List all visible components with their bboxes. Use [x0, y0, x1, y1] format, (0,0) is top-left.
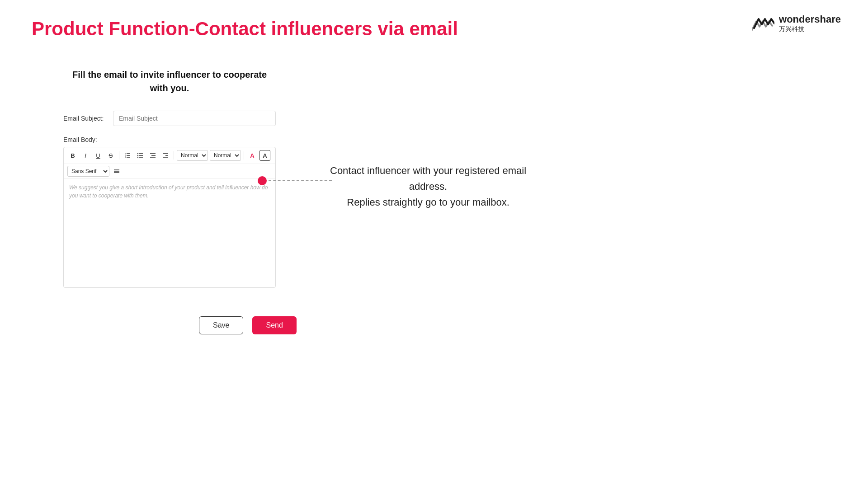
- editor-body[interactable]: We suggest you give a short introduction…: [64, 179, 275, 287]
- strikethrough-button[interactable]: S: [105, 150, 116, 161]
- ordered-list-button[interactable]: 1 2 3: [122, 150, 133, 161]
- bold-button[interactable]: B: [67, 150, 78, 161]
- unordered-list-button[interactable]: [135, 150, 146, 161]
- svg-point-11: [137, 157, 138, 158]
- logo-name: wondershare: [779, 14, 841, 25]
- annotation-line1: Contact influencer with your registered …: [330, 163, 526, 178]
- indent-right-button[interactable]: [160, 150, 171, 161]
- divider-1: [119, 151, 119, 160]
- dashed-line: [269, 180, 332, 181]
- form-heading: Fill the email to invite influencer to c…: [63, 68, 276, 95]
- annotation-dot: [258, 176, 267, 185]
- logo-chinese: 万兴科技: [779, 25, 841, 33]
- save-button[interactable]: Save: [199, 316, 243, 334]
- logo-area: wondershare 万兴科技: [752, 14, 841, 33]
- font-family-select[interactable]: Sans Serif Serif Monospace: [67, 166, 109, 177]
- svg-point-10: [137, 155, 138, 156]
- svg-text:3: 3: [125, 156, 126, 158]
- page-title: Product Function-Contact influencers via…: [0, 0, 868, 40]
- annotation-text: Contact influencer with your registered …: [330, 163, 526, 211]
- annotation-connector: [258, 176, 334, 185]
- email-editor: B I U S 1 2 3: [63, 147, 276, 288]
- annotation-line3: Replies straightly go to your mailbox.: [330, 194, 526, 210]
- email-subject-label: Email Subject:: [63, 115, 113, 122]
- heading-select-2[interactable]: Normal Large Small: [210, 150, 241, 161]
- heading-select-1[interactable]: Normal H1 H2 H3: [177, 150, 208, 161]
- list-format-button[interactable]: [111, 166, 122, 177]
- editor-toolbar: B I U S 1 2 3: [64, 147, 275, 164]
- italic-button[interactable]: I: [80, 150, 91, 161]
- text-color-button[interactable]: A: [247, 150, 258, 161]
- editor-placeholder: We suggest you give a short introduction…: [69, 184, 268, 199]
- send-button[interactable]: Send: [252, 316, 296, 334]
- divider-2: [174, 151, 174, 160]
- text-highlight-button[interactable]: A: [259, 150, 270, 161]
- indent-left-button[interactable]: [147, 150, 158, 161]
- underline-button[interactable]: U: [93, 150, 104, 161]
- main-form: Fill the email to invite influencer to c…: [63, 68, 276, 288]
- wondershare-logo-icon: [752, 14, 774, 33]
- annotation-line2: address.: [330, 178, 526, 194]
- editor-toolbar-row2: Sans Serif Serif Monospace: [64, 164, 275, 179]
- logo-text: wondershare 万兴科技: [779, 14, 841, 33]
- email-body-label: Email Body:: [63, 136, 276, 143]
- email-subject-row: Email Subject:: [63, 111, 276, 126]
- button-row: Save Send: [199, 316, 297, 334]
- divider-3: [244, 151, 244, 160]
- email-subject-input[interactable]: [113, 111, 276, 126]
- svg-point-9: [137, 153, 138, 154]
